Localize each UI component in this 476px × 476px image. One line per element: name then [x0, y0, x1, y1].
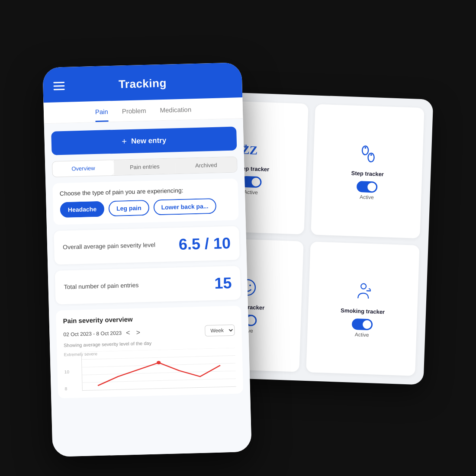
tab-pain[interactable]: Pain — [95, 108, 109, 122]
step-toggle-wrap[interactable]: ✓ Active — [356, 180, 378, 200]
chart-title: Pain severity overview — [63, 313, 234, 325]
chart-nav: < > — [124, 328, 142, 338]
tab-medication[interactable]: Medication — [160, 106, 191, 120]
entries-label: Total number of pain entries — [64, 281, 138, 292]
svg-point-16 — [157, 361, 161, 364]
pain-type-section: Choose the type of pain you are experien… — [52, 178, 238, 225]
svg-line-11 — [82, 348, 235, 352]
step-toggle-label: Active — [360, 194, 374, 200]
phone-header: Tracking — [42, 62, 242, 103]
svg-text:z: z — [244, 142, 248, 149]
pain-chip-lower-back[interactable]: Lower back pa... — [153, 198, 216, 215]
smoking-tracker-card: Smoking tracker ✓ Active — [306, 241, 419, 376]
severity-label: Overall average pain severity level — [63, 241, 155, 252]
pain-type-prompt: Choose the type of pain you are experien… — [60, 186, 231, 197]
chart-period-select[interactable]: Week — [205, 325, 235, 337]
hamburger-line-3 — [54, 89, 65, 90]
plus-icon: + — [122, 136, 127, 146]
smoking-toggle-wrap[interactable]: ✓ Active — [351, 318, 373, 338]
chart-date-range: 02 Oct 2023 - 8 Oct 2023 — [63, 330, 122, 338]
chart-subtitle: Showing average severity level of the da… — [64, 338, 235, 348]
step-tracker-name: Step tracker — [351, 170, 384, 177]
entries-value: 15 — [214, 274, 232, 293]
smoking-toggle[interactable]: ✓ — [352, 318, 373, 330]
sleep-toggle-label: Active — [244, 189, 258, 195]
page-title: Tracking — [119, 77, 167, 91]
new-entry-button[interactable]: + New entry — [51, 127, 237, 155]
hamburger-line-2 — [53, 85, 64, 87]
svg-point-4 — [364, 147, 366, 148]
pain-chip-leg[interactable]: Leg pain — [109, 200, 149, 216]
menu-button[interactable] — [53, 82, 64, 90]
chart-section: Pain severity overview 02 Oct 2023 - 8 O… — [56, 306, 243, 398]
step-icon — [358, 144, 379, 167]
pain-chip-headache[interactable]: Headache — [60, 201, 104, 218]
svg-line-14 — [82, 371, 236, 375]
svg-line-12 — [82, 356, 235, 360]
phone-body: + New entry Overview Pain entries Archiv… — [44, 119, 252, 457]
svg-point-9 — [361, 283, 366, 289]
svg-point-5 — [370, 154, 372, 155]
chart-prev-button[interactable]: < — [124, 328, 132, 338]
severity-value: 6.5 / 10 — [178, 234, 231, 254]
smoking-toggle-label: Active — [355, 331, 369, 338]
smoke-icon — [354, 281, 373, 304]
new-entry-label: New entry — [131, 136, 167, 145]
severity-stat-card: Overall average pain severity level 6.5 … — [54, 226, 240, 264]
step-toggle[interactable]: ✓ — [357, 180, 378, 193]
smoking-tracker-name: Smoking tracker — [341, 307, 385, 315]
chart-area — [81, 348, 236, 391]
phone-frame: Tracking Pain Problem Medication + New e… — [42, 62, 251, 457]
step-tracker-card: Step tracker ✓ Active — [311, 104, 424, 238]
sub-tab-archived[interactable]: Archived — [175, 157, 237, 174]
sub-tab-overview[interactable]: Overview — [52, 160, 114, 177]
hamburger-line-1 — [53, 82, 64, 84]
tab-problem[interactable]: Problem — [122, 107, 147, 121]
chart-date-row: 02 Oct 2023 - 8 Oct 2023 < > Week — [63, 325, 235, 340]
sub-tab-pain-entries[interactable]: Pain entries — [114, 158, 176, 175]
sleep-icon: ZZ z — [241, 141, 264, 161]
pain-chips-container: Headache Leg pain Lower back pa... — [60, 198, 232, 218]
sub-tabs: Overview Pain entries Archived — [52, 156, 238, 177]
chart-next-button[interactable]: > — [134, 328, 142, 337]
svg-point-8 — [249, 284, 251, 286]
entries-stat-card: Total number of pain entries 15 — [55, 266, 241, 304]
